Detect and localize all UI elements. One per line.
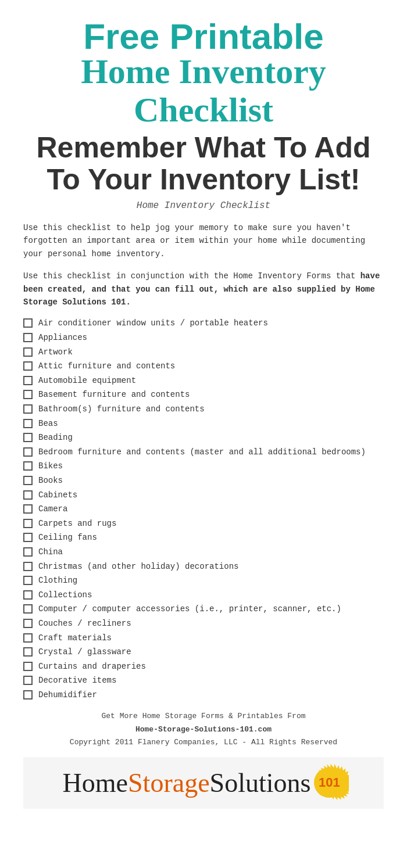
list-item[interactable]: Automobile equipment	[23, 375, 384, 387]
list-item[interactable]: Computer / computer accessories (i.e., p…	[23, 604, 384, 615]
logo-text-home: Home	[63, 767, 128, 798]
title-line1: Free Printable	[23, 17, 384, 55]
item-label: Bathroom(s) furniture and contents	[38, 404, 205, 415]
description2: Use this checklist in conjunction with t…	[23, 270, 384, 309]
item-label: Beas	[38, 418, 58, 430]
list-item[interactable]: Books	[23, 475, 384, 487]
list-item[interactable]: Cabinets	[23, 490, 384, 501]
list-item[interactable]: Christmas (and other holiday) decoration…	[23, 561, 384, 573]
item-label: Bedroom furniture and contents (master a…	[38, 447, 366, 458]
checkbox[interactable]	[23, 376, 33, 385]
checkbox[interactable]	[23, 390, 33, 399]
item-label: China	[38, 547, 63, 558]
list-item[interactable]: Attic furniture and contents	[23, 361, 384, 372]
list-item[interactable]: Bathroom(s) furniture and contents	[23, 404, 384, 415]
checkbox[interactable]	[23, 333, 33, 342]
checkbox[interactable]	[23, 547, 33, 557]
logo-badge: 101	[314, 767, 344, 798]
checkbox[interactable]	[23, 619, 33, 628]
item-label: Dehumidifier	[38, 690, 97, 701]
list-item[interactable]: Craft materials	[23, 633, 384, 644]
list-item[interactable]: China	[23, 547, 384, 558]
list-item[interactable]: Crystal / glassware	[23, 647, 384, 658]
checkbox[interactable]	[23, 318, 33, 328]
item-label: Beading	[38, 432, 73, 444]
item-label: Computer / computer accessories (i.e., p…	[38, 604, 341, 615]
item-label: Bikes	[38, 461, 63, 472]
checkbox[interactable]	[23, 647, 33, 657]
checkbox[interactable]	[23, 461, 33, 471]
list-item[interactable]: Artwork	[23, 347, 384, 358]
subtitle: Home Inventory Checklist	[23, 200, 384, 211]
item-label: Cabinets	[38, 490, 77, 501]
description1: Use this checklist to help jog your memo…	[23, 221, 384, 260]
list-item[interactable]: Couches / recliners	[23, 618, 384, 630]
list-item[interactable]: Bedroom furniture and contents (master a…	[23, 447, 384, 458]
checkbox[interactable]	[23, 419, 33, 428]
list-item[interactable]: Curtains and draperies	[23, 661, 384, 673]
footer: Get More Home Storage Forms & Printables…	[23, 710, 384, 748]
checkbox[interactable]	[23, 490, 33, 500]
list-item[interactable]: Clothing	[23, 575, 384, 587]
item-label: Automobile equipment	[38, 375, 136, 387]
item-label: Christmas (and other holiday) decoration…	[38, 561, 238, 573]
checkbox[interactable]	[23, 676, 33, 685]
item-label: Ceiling fans	[38, 532, 97, 544]
checkbox[interactable]	[23, 662, 33, 671]
item-label: Craft materials	[38, 633, 112, 644]
checkbox[interactable]	[23, 604, 33, 614]
list-item[interactable]: Air conditioner window units / portable …	[23, 318, 384, 329]
item-label: Basement furniture and contents	[38, 389, 190, 401]
checkbox[interactable]	[23, 504, 33, 514]
list-item[interactable]: Beas	[23, 418, 384, 430]
item-label: Carpets and rugs	[38, 518, 116, 530]
title-line3-4: Remember What To Add To Your Inventory L…	[23, 132, 384, 196]
checklist: Air conditioner window units / portable …	[23, 318, 384, 701]
list-item[interactable]: Collections	[23, 590, 384, 601]
logo-badge-text: 101	[319, 775, 340, 790]
logo-text-storage: Storage	[128, 767, 210, 798]
list-item[interactable]: Carpets and rugs	[23, 518, 384, 530]
item-label: Couches / recliners	[38, 618, 131, 630]
checkbox[interactable]	[23, 476, 33, 485]
checkbox[interactable]	[23, 633, 33, 643]
item-label: Artwork	[38, 347, 73, 358]
list-item[interactable]: Decorative items	[23, 675, 384, 687]
title-line2: Home Inventory Checklist	[23, 52, 384, 129]
checkbox[interactable]	[23, 562, 33, 571]
item-label: Camera	[38, 504, 67, 515]
item-label: Collections	[38, 590, 92, 601]
item-label: Air conditioner window units / portable …	[38, 318, 268, 329]
page: Free Printable Home Inventory Checklist …	[0, 0, 407, 809]
checkbox[interactable]	[23, 576, 33, 585]
item-label: Appliances	[38, 332, 87, 344]
item-label: Attic furniture and contents	[38, 361, 175, 372]
item-label: Clothing	[38, 575, 77, 587]
checkbox[interactable]	[23, 690, 33, 700]
checkbox[interactable]	[23, 533, 33, 542]
list-item[interactable]: Dehumidifier	[23, 690, 384, 701]
item-label: Curtains and draperies	[38, 661, 146, 673]
list-item[interactable]: Bikes	[23, 461, 384, 472]
checkbox[interactable]	[23, 404, 33, 414]
item-label: Decorative items	[38, 675, 116, 687]
list-item[interactable]: Camera	[23, 504, 384, 515]
logo-bar: Home Storage Solutions 101	[23, 757, 384, 809]
checkbox[interactable]	[23, 433, 33, 442]
logo-text-solutions: Solutions	[210, 767, 311, 798]
list-item[interactable]: Beading	[23, 432, 384, 444]
checkbox[interactable]	[23, 590, 33, 600]
checkbox[interactable]	[23, 361, 33, 371]
list-item[interactable]: Appliances	[23, 332, 384, 344]
list-item[interactable]: Ceiling fans	[23, 532, 384, 544]
item-label: Crystal / glassware	[38, 647, 131, 658]
list-item[interactable]: Basement furniture and contents	[23, 389, 384, 401]
checkbox[interactable]	[23, 519, 33, 528]
item-label: Books	[38, 475, 63, 487]
checkbox[interactable]	[23, 347, 33, 357]
checkbox[interactable]	[23, 447, 33, 457]
